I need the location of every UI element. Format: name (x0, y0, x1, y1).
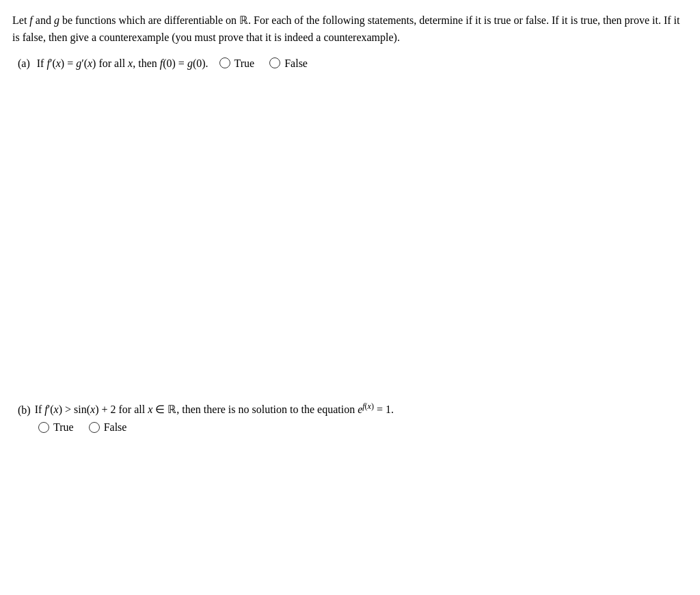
part-a-true-label: True (234, 55, 255, 72)
part-a-false-option[interactable]: False (269, 55, 308, 72)
intro-text: Let f and g be functions which are diffe… (12, 12, 686, 47)
part-a-line: (a) If f′(x) = g′(x) for all x, then f(0… (18, 55, 686, 72)
part-b-radio-group: True False (38, 421, 686, 434)
part-b-line1: (b) If f′(x) > sin(x) + 2 for all x ∈ ℝ,… (18, 400, 686, 419)
part-b: (b) If f′(x) > sin(x) + 2 for all x ∈ ℝ,… (18, 400, 686, 434)
part-a-false-label: False (284, 55, 308, 72)
part-b-true-label: True (53, 421, 74, 434)
part-b-false-option[interactable]: False (89, 421, 127, 434)
part-b-false-radio[interactable] (89, 422, 100, 433)
part-a: (a) If f′(x) = g′(x) for all x, then f(0… (18, 55, 686, 72)
part-a-label: (a) (18, 55, 30, 72)
problem-container: Let f and g be functions which are diffe… (12, 12, 686, 434)
part-b-false-label: False (104, 421, 127, 434)
part-b-true-radio[interactable] (38, 422, 49, 433)
part-a-statement: If f′(x) = g′(x) for all x, then f(0) = … (37, 55, 208, 72)
part-a-radio-group: True False (219, 55, 308, 72)
part-b-true-option[interactable]: True (38, 421, 74, 434)
part-b-label: (b) (18, 401, 31, 419)
part-a-true-radio[interactable] (219, 57, 230, 68)
part-a-false-radio[interactable] (269, 57, 280, 68)
part-a-true-option[interactable]: True (219, 55, 255, 72)
part-b-statement: If f′(x) > sin(x) + 2 for all x ∈ ℝ, the… (35, 400, 394, 419)
